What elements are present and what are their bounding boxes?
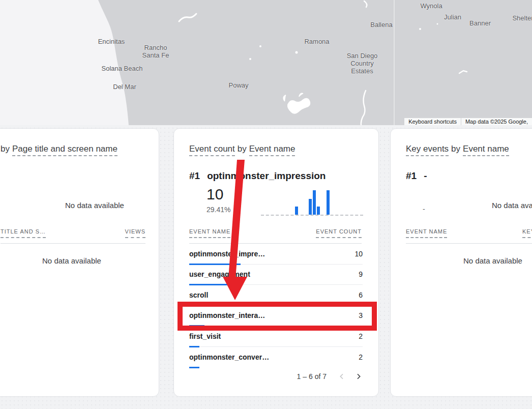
event-table-row: user_engagement9 xyxy=(189,265,363,285)
event-count-bar xyxy=(189,367,199,368)
pagination: 1 – 6 of 7 xyxy=(297,367,363,386)
event-name-cell: first_visit xyxy=(189,332,221,340)
card-event-count: Event countbyEvent name #1optinmonster_i… xyxy=(173,128,379,397)
map-place-label: Del Mar xyxy=(113,83,136,91)
map-place-label: Wynola xyxy=(420,2,442,10)
metric-percent: 29.41% xyxy=(206,206,230,214)
top-event-name: - xyxy=(424,170,427,181)
event-table-row: optinmonster_conver…2 xyxy=(189,347,363,368)
sparkline-bar xyxy=(317,207,320,215)
column-header-views[interactable]: VIEWS xyxy=(125,228,145,238)
event-sparkline-chart xyxy=(261,191,363,216)
map-data-credit: Map data ©2025 Google, xyxy=(461,118,532,125)
map-place-label: Encinitas xyxy=(98,38,125,45)
event-count-metric-link[interactable]: Event count xyxy=(189,144,235,156)
previous-page-button[interactable] xyxy=(337,372,346,381)
map-place-label: Banner xyxy=(469,19,491,27)
map-place-label: Ramona xyxy=(304,38,329,45)
map-place-label: Shelter xyxy=(512,14,532,22)
map-place-label: Julian xyxy=(444,13,461,21)
table-divider xyxy=(406,243,532,244)
geo-map[interactable]: WynolaJulianBannerShelterBallenaRamonaSa… xyxy=(0,0,532,125)
event-name-cell: optinmonster_conver… xyxy=(189,353,269,361)
top-event-line: #1optinmonster_impression xyxy=(189,170,326,182)
event-table-row: optinmonster_impre…10 xyxy=(189,244,363,265)
sparkline-bar xyxy=(327,190,330,215)
no-data-table-message: No data available xyxy=(463,256,522,265)
event-name-cell: scroll xyxy=(189,291,208,299)
event-count-cell: 6 xyxy=(359,291,363,299)
event-name-cell: optinmonster_impre… xyxy=(189,250,265,258)
event-count-cell: 9 xyxy=(359,270,363,278)
title-prefix: by xyxy=(1,144,10,154)
column-header-event-name[interactable]: EVENT NAME xyxy=(189,228,230,238)
rank-number: #1 xyxy=(406,170,417,181)
page-title-dimension-link[interactable]: Page title and screen name xyxy=(12,144,117,156)
column-header-key-events[interactable]: KEY EVENTS xyxy=(522,228,532,238)
pagination-range: 1 – 6 of 7 xyxy=(297,372,327,381)
no-data-chart-message: No data available xyxy=(65,201,124,210)
key-events-metric-link[interactable]: Key events xyxy=(406,144,449,156)
map-place-label: Poway xyxy=(228,81,248,89)
event-name-dimension-link[interactable]: Event name xyxy=(463,144,509,156)
annotation-highlight-box xyxy=(178,302,377,331)
map-place-label: RanchoSanta Fe xyxy=(142,44,169,59)
next-page-button[interactable] xyxy=(354,372,363,381)
top-event-line: #1- xyxy=(406,170,427,182)
metric-value-placeholder: - xyxy=(423,205,425,213)
top-event-name: optinmonster_impression xyxy=(207,170,326,181)
card-title: Key eventsbyEvent name xyxy=(406,144,509,154)
no-data-chart-message: No data available xyxy=(492,201,532,210)
column-header-event-name[interactable]: EVENT NAME xyxy=(406,228,447,238)
card-title: Event countbyEvent name xyxy=(189,144,295,154)
map-place-label: San DiegoCountryEstates xyxy=(347,52,378,75)
rank-number: #1 xyxy=(189,170,200,181)
column-header-event-count[interactable]: EVENT COUNT xyxy=(316,228,362,238)
title-by: by xyxy=(451,144,460,154)
event-name-dimension-link[interactable]: Event name xyxy=(249,144,295,156)
table-divider xyxy=(1,243,145,244)
event-count-cell: 2 xyxy=(359,353,363,361)
sparkline-bar xyxy=(295,207,298,215)
no-data-table-message: No data available xyxy=(42,256,101,265)
map-place-label: Ballena xyxy=(370,21,392,28)
event-name-cell: user_engagement xyxy=(189,270,250,278)
sparkline-bar xyxy=(309,199,312,215)
card-views-by-page-title: byPage title and screen name No data ava… xyxy=(0,128,159,397)
map-place-label: Solana Beach xyxy=(102,65,143,72)
map-land xyxy=(98,0,532,125)
metric-value: 10 xyxy=(206,186,223,203)
analytics-dashboard: WynolaJulianBannerShelterBallenaRamonaSa… xyxy=(0,0,532,409)
chevron-right-icon xyxy=(354,372,363,381)
keyboard-shortcuts-button[interactable]: Keyboard shortcuts xyxy=(404,118,461,125)
title-by: by xyxy=(238,144,247,154)
column-header-title[interactable]: TITLE AND S… xyxy=(1,228,46,238)
chevron-left-icon xyxy=(338,372,346,381)
map-attribution: Keyboard shortcuts Map data ©2025 Google… xyxy=(404,118,532,125)
event-count-cell: 10 xyxy=(354,250,363,258)
card-key-events: Key eventsbyEvent name #1- - No data ava… xyxy=(390,128,532,397)
event-count-cell: 2 xyxy=(359,332,363,340)
card-title: byPage title and screen name xyxy=(1,144,117,154)
sparkline-bar xyxy=(313,190,316,215)
